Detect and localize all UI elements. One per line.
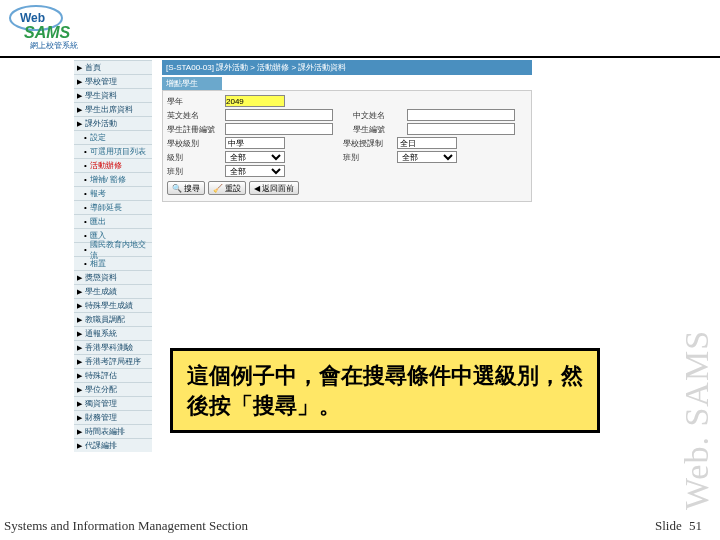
reg-input[interactable] [225, 123, 333, 135]
sidebar-item[interactable]: ▶特殊學生成績 [74, 298, 152, 312]
search-button[interactable]: 🔍搜尋 [167, 181, 205, 195]
name-zh-input[interactable] [407, 109, 515, 121]
sidebar-item-label: 首頁 [85, 62, 101, 73]
footer-section: Systems and Information Management Secti… [4, 518, 248, 534]
level-value: 中學 [225, 137, 285, 149]
sidebar-item-label: 獨資管理 [85, 398, 117, 409]
slide-number: 51 [689, 518, 702, 533]
name-en-input[interactable] [225, 109, 333, 121]
chevron-right-icon: ▶ [77, 386, 83, 394]
sidebar-item[interactable]: ▶通報系統 [74, 326, 152, 340]
chevron-right-icon: ▶ [77, 372, 83, 380]
reset-icon: 🧹 [213, 184, 223, 193]
label-reg: 學生註冊編號 [167, 124, 225, 135]
sidebar-item-label: 可選用項目列表 [90, 146, 146, 157]
label-section: 學校授課制 [343, 138, 397, 149]
chevron-right-icon: ▶ [77, 330, 83, 338]
sidebar-item-label: 學生資料 [85, 90, 117, 101]
sidebar-item-label: 報考 [90, 188, 106, 199]
sidebar-item[interactable]: 設定 [74, 130, 152, 144]
header-divider [0, 56, 720, 58]
slide-label: Slide [655, 518, 682, 533]
sidebar-item[interactable]: ▶教職員調配 [74, 312, 152, 326]
chevron-right-icon: ▶ [77, 288, 83, 296]
chevron-right-icon: ▶ [77, 302, 83, 310]
sidebar-item[interactable]: 匯出 [74, 214, 152, 228]
chevron-right-icon: ▶ [77, 92, 83, 100]
sidebar-item[interactable]: ▶學位分配 [74, 382, 152, 396]
sidebar-item-label: 學位分配 [85, 384, 117, 395]
logo-web: Web [20, 11, 45, 25]
sidebar-item[interactable]: ▶財務管理 [74, 410, 152, 424]
sidebar-item-label: 學生成績 [85, 286, 117, 297]
sidebar-item[interactable]: 導師延長 [74, 200, 152, 214]
chevron-right-icon: ▶ [77, 78, 83, 86]
sidebar-item[interactable]: ▶學生成績 [74, 284, 152, 298]
logo-sams: SAMS [24, 24, 71, 41]
sidebar-item[interactable]: ▶學生資料 [74, 88, 152, 102]
sidebar-item[interactable]: 活動辦修 [74, 158, 152, 172]
search-icon: 🔍 [172, 184, 182, 193]
back-icon: ◀ [254, 184, 260, 193]
chevron-right-icon: ▶ [77, 64, 83, 72]
sidebar-item[interactable]: ▶學校管理 [74, 74, 152, 88]
label-name-zh: 中文姓名 [353, 110, 407, 121]
reset-button[interactable]: 🧹重設 [208, 181, 246, 195]
chevron-right-icon: ▶ [77, 274, 83, 282]
sidebar-item[interactable]: 國民教育内地交流 [74, 242, 152, 256]
chevron-right-icon: ▶ [77, 344, 83, 352]
label-class-level-2: 班別 [167, 166, 225, 177]
sidebar-item-label: 導師延長 [90, 202, 122, 213]
sidebar-item-label: 特殊評估 [85, 370, 117, 381]
sidebar-item[interactable]: ▶特殊評估 [74, 368, 152, 382]
section-value: 全日 [397, 137, 457, 149]
sidebar-item-label: 特殊學生成績 [85, 300, 133, 311]
chevron-right-icon: ▶ [77, 414, 83, 422]
chevron-right-icon: ▶ [77, 400, 83, 408]
chevron-right-icon: ▶ [77, 428, 83, 436]
label-level: 學校級別 [167, 138, 225, 149]
class-select-2[interactable]: 全部 [225, 165, 285, 177]
sidebar-item-label: 課外活動 [85, 118, 117, 129]
sidebar-item[interactable]: ▶香港學科測驗 [74, 340, 152, 354]
panel-title: 增點學生 [162, 77, 222, 90]
sidebar-item[interactable]: ▶代課編排 [74, 438, 152, 452]
sidebar-item-label: 匯出 [90, 216, 106, 227]
sidebar-item[interactable]: ▶課外活動 [74, 116, 152, 130]
sidebar-item-label: 香港學科測驗 [85, 342, 133, 353]
search-form: 學年 英文姓名 中文姓名 學生註冊編號 學生編號 學校級別 中學 學校授課制 全… [162, 90, 532, 202]
class-select[interactable]: 全部 [397, 151, 457, 163]
sidebar-item[interactable]: 報考 [74, 186, 152, 200]
sidebar-item[interactable]: ▶獎懲資料 [74, 270, 152, 284]
label-class-level: 級別 [167, 152, 225, 163]
sidebar-item-label: 財務管理 [85, 412, 117, 423]
sidebar-item-label: 增補/ 豁修 [90, 174, 126, 185]
breadcrumb: [S-STA00-03] 課外活動 > 活動辦修 > 課外活動資料 [162, 60, 532, 75]
class-level-select[interactable]: 全部 [225, 151, 285, 163]
sidebar-item-label: 教職員調配 [85, 314, 125, 325]
chevron-right-icon: ▶ [77, 106, 83, 114]
chevron-right-icon: ▶ [77, 358, 83, 366]
sidebar-item[interactable]: ▶香港考評局程序 [74, 354, 152, 368]
main-panel: [S-STA00-03] 課外活動 > 活動辦修 > 課外活動資料 增點學生 學… [162, 60, 532, 202]
chevron-right-icon: ▶ [77, 316, 83, 324]
sidebar-item[interactable]: ▶時間表編排 [74, 424, 152, 438]
side-brand-text: Web. SAMS [678, 300, 718, 510]
sidebar-item-label: 設定 [90, 132, 106, 143]
sidebar-item[interactable]: ▶學生出席資料 [74, 102, 152, 116]
num-input[interactable] [407, 123, 515, 135]
back-button[interactable]: ◀返回面前 [249, 181, 299, 195]
sidebar-item-label: 學生出席資料 [85, 104, 133, 115]
sidebar-item[interactable]: 可選用項目列表 [74, 144, 152, 158]
logo-tag: 網上校管系統 [29, 41, 78, 50]
sidebar-nav: ▶首頁▶學校管理▶學生資料▶學生出席資料▶課外活動設定可選用項目列表活動辦修增補… [74, 60, 152, 452]
sidebar-item[interactable]: 增補/ 豁修 [74, 172, 152, 186]
sidebar-item-label: 通報系統 [85, 328, 117, 339]
label-class: 班別 [343, 152, 397, 163]
sidebar-item[interactable]: ▶首頁 [74, 60, 152, 74]
year-input[interactable] [225, 95, 285, 107]
sidebar-item[interactable]: ▶獨資管理 [74, 396, 152, 410]
sidebar-item-label: 代課編排 [85, 440, 117, 451]
sidebar-item-label: 相置 [90, 258, 106, 269]
callout-box: 這個例子中，會在搜尋條件中選級別，然後按「搜尋」。 [170, 348, 600, 433]
